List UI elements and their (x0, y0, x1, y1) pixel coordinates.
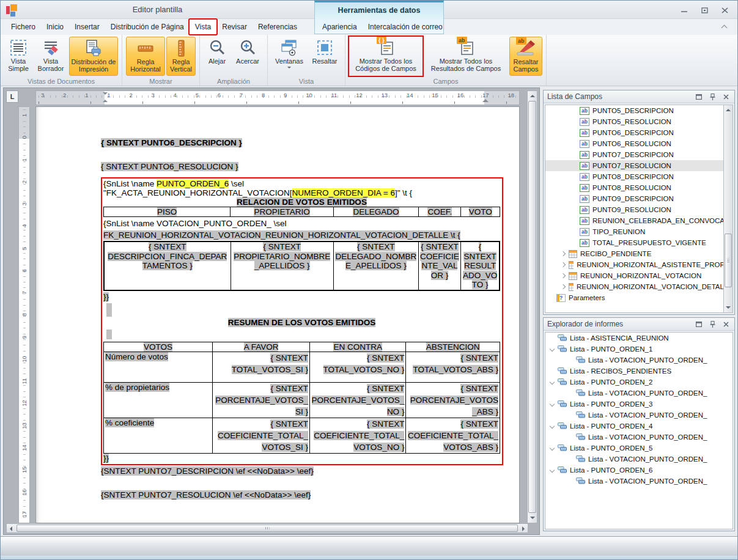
report-explorer-item[interactable]: Lista - PUNTO_ORDEN_6 (545, 465, 732, 476)
field-table-item[interactable]: RECIBO_PENDIENTE (545, 248, 732, 259)
report-explorer-item[interactable]: Lista - VOTACION_PUNTO_ORDEN_ (545, 454, 732, 465)
document-vertical-scrollbar[interactable] (527, 90, 537, 523)
indent-marker-icon[interactable] (102, 92, 108, 101)
minimize-button[interactable] (678, 5, 691, 15)
scroll-up-icon[interactable] (726, 109, 731, 111)
restore-button[interactable] (698, 5, 711, 15)
report-explorer-item[interactable]: Lista - VOTACION_PUNTO_ORDEN_ (545, 476, 732, 487)
ribbon-tab[interactable]: Distribución de Página (105, 20, 190, 34)
report-explorer-item[interactable]: Lista - VOTACION_PUNTO_ORDEN_ (545, 355, 732, 366)
field-list-item[interactable]: ab PUNTO6_RESOLUCION (545, 138, 732, 149)
field-code-punto6-resolucion[interactable]: { SNTEXT PUNTO6_RESOLUCION } (101, 162, 503, 171)
report-explorer-item[interactable]: Lista - VOTACION_PUNTO_ORDEN_ (545, 410, 732, 421)
ribbon-tab[interactable]: Insertar (69, 20, 105, 34)
close-button[interactable] (718, 5, 731, 15)
scrollbar-grip (265, 527, 270, 529)
report-explorer-item[interactable]: Lista - VOTACION_PUNTO_ORDEN_ (545, 432, 732, 443)
field-table-item[interactable]: REUNION_HORIZONTAL_ASISTENTE_PROPI... (545, 259, 732, 270)
scroll-left-icon[interactable] (10, 526, 12, 531)
horizontal-ruler-button[interactable]: Regla Horizontal (126, 37, 165, 76)
report-explorer-item[interactable]: Lista - PUNTO_ORDEN_3 (545, 399, 732, 410)
pin-panel-icon[interactable] (707, 320, 717, 328)
field-list-scrollbar[interactable] (723, 105, 732, 312)
vertical-ruler-button[interactable]: Regla Vertical (166, 37, 196, 76)
parameters-item[interactable]: ? Parameters (545, 292, 732, 303)
report-explorer-item[interactable]: Lista - RECIBOS_PENDIENTES (545, 366, 732, 377)
contextual-tabs: AparienciaIntercalación de correo (317, 20, 448, 34)
contextual-tab[interactable]: Intercalación de correo (363, 20, 448, 34)
close-panel-icon[interactable] (721, 320, 731, 328)
scrollbar-thumb[interactable] (17, 525, 518, 532)
report-explorer-item[interactable]: Lista - PUNTO_ORDEN_2 (545, 377, 732, 388)
contextual-tab[interactable]: Apariencia (317, 20, 363, 34)
scroll-down-icon[interactable] (530, 517, 535, 519)
vertical-ruler-icon (172, 39, 190, 58)
report-explorer-item[interactable]: Lista - ASISTENCIA_REUNION (545, 333, 732, 344)
report-explorer-item[interactable]: Lista - PUNTO_ORDEN_1 (545, 344, 732, 355)
scrollbar-thumb[interactable] (528, 101, 536, 513)
collapse-chevron-icon[interactable] (548, 346, 558, 352)
tab-selector-box[interactable]: L (6, 90, 18, 103)
zoom-in-button[interactable]: Acercar (232, 37, 264, 76)
field-list-item[interactable]: ab TOTAL_PRESUPUESTO_VIGENTE (545, 237, 732, 248)
report-explorer-item[interactable]: Lista - VOTACION_PUNTO_ORDEN_ (545, 388, 732, 399)
ribbon-tab[interactable]: Referencias (253, 20, 303, 34)
expand-chevron-icon[interactable] (559, 284, 569, 290)
maximize-panel-icon[interactable] (694, 320, 704, 328)
scroll-down-icon[interactable] (726, 306, 731, 309)
field-list-item[interactable]: ab PUNTO9_DESCRIPCION (545, 193, 732, 204)
ribbon-tab[interactable]: Fichero (6, 20, 41, 34)
scroll-up-icon[interactable] (530, 95, 535, 97)
field-list-item[interactable]: ab REUNION_CELEBRADA_EN_CONVOCAT... (545, 215, 732, 226)
collapse-chevron-icon[interactable] (548, 467, 558, 473)
show-field-results-button[interactable]: ab Mostrar Todos los Resultados de Campo… (424, 37, 508, 76)
scrollbar-thumb[interactable] (725, 234, 732, 287)
expand-chevron-icon[interactable] (559, 262, 569, 268)
collapse-ribbon-button[interactable] (720, 23, 729, 31)
field-code-punto7-descripcion[interactable]: {SNTEXT PUNTO7_DESCRIPCION \ef <<NoData>… (101, 466, 503, 476)
expand-chevron-icon[interactable] (559, 251, 569, 257)
maximize-panel-icon[interactable] (694, 92, 704, 101)
vertical-ruler[interactable]: 101234567891011121314151617 (18, 106, 30, 523)
field-list-item[interactable]: ab TIPO_REUNION (545, 226, 732, 237)
field-list-item[interactable]: ab PUNTO8_RESOLUCION (545, 182, 732, 193)
expand-chevron-icon[interactable] (559, 273, 569, 279)
highlight-view-button[interactable]: Resaltar (308, 37, 341, 76)
field-list-item[interactable]: ab PUNTO5_RESOLUCION (545, 116, 732, 127)
field-table-item[interactable]: REUNION_HORIZONTAL_VOTACION (545, 270, 732, 281)
document-page[interactable]: { SNTEXT PUNTO6_DESCRIPCION } { SNTEXT P… (35, 106, 520, 523)
pin-panel-icon[interactable] (707, 92, 717, 101)
zoom-out-button[interactable]: Alejar (204, 37, 231, 76)
scroll-right-icon[interactable] (522, 526, 525, 531)
collapse-chevron-icon[interactable] (548, 379, 558, 385)
ribbon-tab[interactable]: Revisar (216, 20, 253, 34)
print-layout-button[interactable]: Distribución de Impresión (69, 37, 118, 76)
field-list-item[interactable]: ab PUNTO6_DESCRIPCION (545, 127, 732, 138)
highlight-fields-button[interactable]: ab Resaltar Campos (509, 37, 542, 76)
field-list-item[interactable]: ab PUNTO7_DESCRIPCION (545, 149, 732, 160)
windows-button[interactable]: Ventanas (271, 37, 307, 76)
horizontal-ruler[interactable]: 321123456789101112131415161718 (35, 90, 520, 105)
simple-view-button[interactable]: Vista Simple (4, 37, 32, 76)
field-list-item[interactable]: ab PUNTO9_RESOLUCION (545, 204, 732, 215)
collapse-chevron-icon[interactable] (548, 423, 558, 429)
field-list-item[interactable]: ab PUNTO7_RESOLUCION (545, 160, 732, 171)
ribbon-tab[interactable]: Inicio (41, 20, 69, 34)
report-explorer-item[interactable]: Lista - PUNTO_ORDEN_4 (545, 421, 732, 432)
simple-view-icon (9, 38, 28, 57)
field-table-item[interactable]: REUNION_HORIZONTAL_VOTACION_DETALLE (545, 281, 732, 292)
draft-view-button[interactable]: Vista Borrador (34, 37, 68, 76)
close-panel-icon[interactable] (721, 92, 731, 101)
field-code-punto6-descripcion[interactable]: { SNTEXT PUNTO6_DESCRIPCION } (101, 138, 503, 147)
ribbon-tab[interactable]: Vista (190, 20, 216, 34)
show-field-codes-button[interactable]: { } Mostrar Todos los Códigos de Campos (349, 37, 423, 76)
field-list-item[interactable]: ab PUNTO8_DESCRIPCION (545, 171, 732, 182)
field-code-punto7-resolucion[interactable]: {SNTEXT PUNTO7_RESOLUCION \ef <<NoData>>… (101, 490, 503, 499)
collapse-chevron-icon[interactable] (548, 401, 558, 407)
snlist-punto-orden-6-block[interactable]: {SnList \name PUNTO_ORDEN_6 \sel "FK_ACT… (101, 177, 503, 465)
collapse-chevron-icon[interactable] (548, 445, 558, 451)
report-explorer-item[interactable]: Lista - PUNTO_ORDEN_5 (545, 443, 732, 454)
list-report-icon (576, 411, 586, 419)
document-horizontal-scrollbar[interactable] (6, 523, 528, 533)
field-list-item[interactable]: ab PUNTO5_DESCRIPCION (545, 105, 732, 116)
